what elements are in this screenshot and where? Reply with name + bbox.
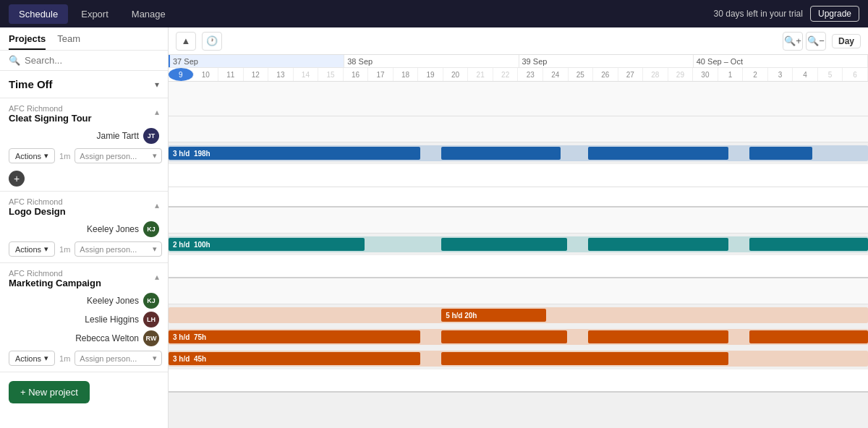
bar-0-0b[interactable] [441, 147, 560, 160]
day-cell-10: 10 [194, 68, 219, 81]
gantt-actions-row-2 [169, 369, 868, 393]
person-name-2-2: Rebecca Welton [6, 333, 139, 343]
actions-label-1: Actions [15, 245, 41, 254]
bar-container-1-0: 2 h/d 100h [169, 234, 868, 254]
assign-placeholder-1: Assign person... [80, 245, 137, 254]
bar-1-0c[interactable] [588, 238, 728, 251]
nav-tab-schedule[interactable]: Schedule [9, 4, 68, 24]
day-cell-23: 23 [518, 68, 543, 81]
assign-select-2[interactable]: Assign person... ▾ [75, 351, 162, 366]
time-off-section[interactable]: Time Off ▾ [0, 71, 168, 98]
add-person-button-0[interactable]: + [9, 171, 25, 187]
day-cell-11: 11 [218, 68, 244, 81]
week-row: 37 Sep 38 Sep 39 Sep 40 Sep – Oct [169, 55, 868, 68]
collapse-icon-2[interactable]: ▴ [155, 272, 159, 282]
day-cell-4: 4 [793, 68, 818, 81]
week-month-37: Sep [184, 57, 198, 66]
bar-0-0a[interactable]: 3 h/d 198h [169, 147, 420, 160]
avatar-2-1: LH [143, 312, 159, 328]
avatar-1-0: KJ [143, 221, 159, 237]
bar-2-1d[interactable] [749, 330, 868, 343]
gantt-project-header-0 [169, 116, 868, 142]
bar-1-0b[interactable] [441, 238, 567, 251]
week-39: 39 Sep [519, 55, 694, 67]
tab-team[interactable]: Team [57, 33, 80, 50]
nav-tab-export[interactable]: Export [71, 4, 119, 24]
nav-tab-manage[interactable]: Manage [122, 4, 176, 24]
upgrade-button[interactable]: Upgrade [810, 6, 859, 22]
week-40: 40 Sep – Oct [694, 55, 868, 67]
bar-2-2c[interactable] [588, 352, 728, 365]
assign-chevron-2: ▾ [153, 354, 157, 363]
bar-label-2-0a: 5 h/d 20h [446, 312, 477, 320]
bar-0-0d[interactable] [749, 147, 812, 160]
gantt-bar-row-2-1: 3 h/d 75h [169, 326, 868, 348]
week-37: 37 Sep [169, 55, 344, 67]
avatar-0-0: JT [143, 128, 159, 144]
day-cell-5: 5 [818, 68, 843, 81]
day-cell-12: 12 [244, 68, 269, 81]
day-cell-25: 25 [569, 68, 594, 81]
assign-select-1[interactable]: Assign person... ▾ [75, 241, 162, 257]
collapse-icon-1[interactable]: ▴ [155, 200, 159, 210]
bar-1-0d[interactable] [749, 238, 868, 251]
new-project-button[interactable]: + New project [9, 381, 90, 403]
bar-2-1b[interactable] [441, 330, 567, 343]
day-cell-21: 21 [468, 68, 493, 81]
bar-2-2a[interactable]: 3 h/d 45h [169, 352, 420, 365]
time-off-label: Time Off [9, 78, 53, 90]
person-name-2-0: Keeley Jones [6, 296, 139, 306]
zoom-out-button[interactable]: 🔍− [806, 32, 826, 51]
day-view-label[interactable]: Day [832, 34, 861, 48]
day-cell-30: 30 [693, 68, 718, 81]
assign-select-0[interactable]: Assign person... ▾ [75, 148, 162, 163]
day-cell-27: 27 [618, 68, 644, 81]
project-info-0: AFC Richmond Cleat Signing Tour [9, 104, 92, 124]
person-row-2-1: Leslie Higgins LH [0, 310, 168, 329]
gantt-zoom-controls: 🔍+ 🔍− [783, 32, 826, 51]
bar-2-1a[interactable]: 3 h/d 75h [169, 330, 420, 343]
week-month-39: Sep [533, 57, 548, 66]
actions-button-2[interactable]: Actions ▾ [9, 351, 55, 366]
bar-2-0a[interactable]: 5 h/d 20h [441, 309, 546, 322]
day-cell-19: 19 [418, 68, 443, 81]
assign-chevron-1: ▾ [153, 244, 157, 254]
gantt-bar-row-0-0: 3 h/d 198h [169, 142, 868, 164]
new-project-area: + New project [0, 372, 168, 412]
bar-2-1c[interactable] [588, 330, 728, 343]
collapse-icon-0[interactable]: ▴ [155, 107, 159, 117]
zoom-in-button[interactable]: 🔍+ [783, 32, 803, 51]
bar-1-0a[interactable]: 2 h/d 100h [169, 238, 365, 251]
week-38: 38 Sep [344, 55, 519, 67]
gantt-body: 3 h/d 198h [169, 82, 868, 428]
bar-container-2-1: 3 h/d 75h [169, 326, 868, 347]
day-cell-15: 15 [318, 68, 344, 81]
tab-projects[interactable]: Projects [9, 33, 46, 50]
day-cell-6: 6 [843, 68, 868, 81]
week-num-39: 39 [522, 57, 531, 66]
person-row-2-0: Keeley Jones KJ [0, 291, 168, 310]
gantt-toolbar: ▲ 🕐 🔍+ 🔍− Day [169, 27, 868, 55]
search-input[interactable] [25, 55, 159, 66]
day-cell-2: 2 [743, 68, 768, 81]
assign-chevron-0: ▾ [153, 151, 157, 160]
actions-button-0[interactable]: Actions ▾ [9, 148, 55, 163]
actions-button-1[interactable]: Actions ▾ [9, 241, 55, 257]
gantt-bar-row-1-0: 2 h/d 100h [169, 234, 868, 255]
nav-tabs: Schedule Export Manage [9, 4, 176, 24]
clock-button[interactable]: 🕐 [202, 32, 222, 51]
day-cell-26: 26 [593, 68, 618, 81]
scroll-up-button[interactable]: ▲ [176, 32, 196, 51]
day-cell-20: 20 [443, 68, 469, 81]
project-header-2: AFC Richmond Marketing Campaign ▴ [0, 263, 168, 291]
app-body: Projects Team 🔍 Time Off ▾ AFC Richmond … [0, 27, 868, 428]
project-client-0: AFC Richmond [9, 104, 92, 113]
bar-container-2-2: 3 h/d 45h [169, 348, 868, 369]
project-header-0: AFC Richmond Cleat Signing Tour ▴ [0, 98, 168, 127]
gantt-header: 37 Sep 38 Sep 39 Sep 40 Sep – Oct [169, 55, 868, 82]
bar-0-0c[interactable] [588, 147, 728, 160]
day-row: 9101112131415161718192021222324252627282… [169, 68, 868, 81]
project-name-1: Logo Design [9, 206, 66, 217]
person-name-0-0: Jamie Tartt [6, 131, 139, 141]
sidebar: Projects Team 🔍 Time Off ▾ AFC Richmond … [0, 27, 169, 428]
